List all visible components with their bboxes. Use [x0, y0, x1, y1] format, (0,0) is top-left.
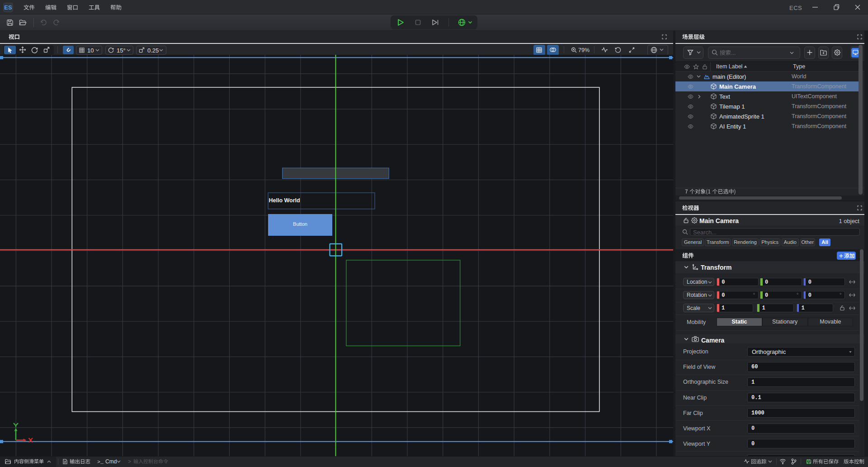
svg-text:Hello World: Hello World: [269, 197, 300, 204]
svg-text:Button: Button: [293, 221, 307, 227]
